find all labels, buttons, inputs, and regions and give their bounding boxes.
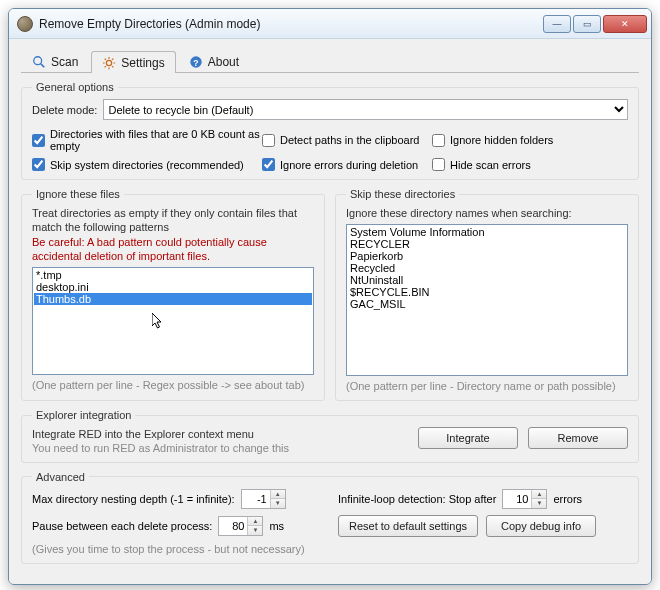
client-area: Scan Settings ? About General options De… [9,39,651,584]
delete-mode-select[interactable]: Delete to recycle bin (Default) [103,99,628,120]
check-skip-system-input[interactable] [32,158,45,171]
pause-label: Pause between each delete process: [32,520,212,532]
loop-input[interactable] [503,490,531,508]
group-skip-dirs: Skip these directories Ignore these dire… [335,188,639,401]
search-icon [32,55,46,69]
list-item[interactable]: NtUninstall [348,274,626,286]
remove-button[interactable]: Remove [528,427,628,449]
group-general-legend: General options [32,81,118,93]
check-hide-scan-errors-label: Hide scan errors [450,159,531,171]
check-hide-scan-errors[interactable]: Hide scan errors [432,158,592,171]
svg-point-0 [34,56,42,64]
check-zero-kb-label: Directories with files that are 0 KB cou… [50,128,262,152]
spin-down-icon[interactable]: ▼ [271,499,285,508]
spin-up-icon[interactable]: ▲ [248,517,262,527]
reset-defaults-button[interactable]: Reset to default settings [338,515,478,537]
check-detect-clipboard[interactable]: Detect paths in the clipboard [262,128,432,152]
list-item[interactable]: Thumbs.db [34,293,312,305]
nesting-input[interactable] [242,490,270,508]
spin-up-icon[interactable]: ▲ [532,490,546,500]
close-button[interactable]: ✕ [603,15,647,33]
nesting-spinner[interactable]: ▲▼ [241,489,286,509]
svg-line-1 [41,63,45,67]
pause-input[interactable] [219,517,247,535]
tab-settings-label: Settings [121,56,164,70]
list-item[interactable]: Papierkorb [348,250,626,262]
group-general: General options Delete mode: Delete to r… [21,81,639,180]
list-item[interactable]: System Volume Information [348,226,626,238]
loop-label: Infinite-loop detection: Stop after [338,493,496,505]
copy-debug-button[interactable]: Copy debug info [486,515,596,537]
gear-icon [102,56,116,70]
list-item[interactable]: RECYCLER [348,238,626,250]
app-window: Remove Empty Directories (Admin mode) — … [8,8,652,585]
spin-down-icon[interactable]: ▼ [248,526,262,535]
loop-spinner[interactable]: ▲▼ [502,489,547,509]
list-item[interactable]: *.tmp [34,269,312,281]
check-zero-kb[interactable]: Directories with files that are 0 KB cou… [32,128,262,152]
tab-scan[interactable]: Scan [21,50,89,72]
tab-about-label: About [208,55,239,69]
delete-mode-label: Delete mode: [32,104,97,116]
svg-point-2 [107,60,112,65]
group-advanced-legend: Advanced [32,471,89,483]
spin-down-icon[interactable]: ▼ [532,499,546,508]
pause-unit: ms [269,520,284,532]
ignore-files-desc: Treat directories as empty if they only … [32,206,314,235]
pause-hint: (Gives you time to stop the process - bu… [32,543,322,555]
svg-line-10 [112,58,113,59]
list-item[interactable]: Recycled [348,262,626,274]
nesting-label: Max directory nesting depth (-1 = infini… [32,493,235,505]
list-item[interactable]: GAC_MSIL [348,298,626,310]
ignore-files-hint: (One pattern per line - Regex possible -… [32,379,314,391]
loop-unit: errors [553,493,582,505]
svg-text:?: ? [193,57,198,67]
svg-line-8 [112,66,113,67]
skip-dirs-list[interactable]: System Volume InformationRECYCLERPapierk… [346,224,628,376]
svg-line-7 [105,58,106,59]
integrate-button[interactable]: Integrate [418,427,518,449]
explorer-line1: Integrate RED into the Explorer context … [32,427,408,441]
check-ignore-errors[interactable]: Ignore errors during deletion [262,158,432,171]
tab-scan-label: Scan [51,55,78,69]
pause-spinner[interactable]: ▲▼ [218,516,263,536]
group-explorer: Explorer integration Integrate RED into … [21,409,639,462]
titlebar[interactable]: Remove Empty Directories (Admin mode) — … [9,9,651,39]
tab-about[interactable]: ? About [178,50,250,72]
tab-strip: Scan Settings ? About [21,49,639,73]
list-item[interactable]: desktop.ini [34,281,312,293]
tab-settings[interactable]: Settings [91,51,175,73]
explorer-line2: You need to run RED as Administrator to … [32,442,408,454]
group-ignore-files: Ignore these files Treat directories as … [21,188,325,401]
check-skip-system-label: Skip system directories (recommended) [50,159,244,171]
check-zero-kb-input[interactable] [32,134,45,147]
ignore-files-warning: Be careful: A bad pattern could potentia… [32,235,314,264]
check-ignore-hidden-label: Ignore hidden folders [450,134,553,146]
spin-up-icon[interactable]: ▲ [271,490,285,500]
app-icon [17,16,33,32]
group-ignore-files-legend: Ignore these files [32,188,124,200]
group-skip-dirs-legend: Skip these directories [346,188,459,200]
window-title: Remove Empty Directories (Admin mode) [39,17,543,31]
check-hide-scan-errors-input[interactable] [432,158,445,171]
maximize-button[interactable]: ▭ [573,15,601,33]
check-detect-clipboard-label: Detect paths in the clipboard [280,134,419,146]
window-buttons: — ▭ ✕ [543,15,647,33]
group-advanced: Advanced Max directory nesting depth (-1… [21,471,639,564]
check-skip-system[interactable]: Skip system directories (recommended) [32,158,262,171]
check-ignore-hidden[interactable]: Ignore hidden folders [432,128,592,152]
check-ignore-errors-input[interactable] [262,158,275,171]
ignore-files-list[interactable]: *.tmpdesktop.iniThumbs.db [32,267,314,375]
check-ignore-hidden-input[interactable] [432,134,445,147]
skip-dirs-desc: Ignore these directory names when search… [346,206,628,220]
minimize-button[interactable]: — [543,15,571,33]
help-icon: ? [189,55,203,69]
skip-dirs-hint: (One pattern per line - Directory name o… [346,380,628,392]
check-ignore-errors-label: Ignore errors during deletion [280,159,418,171]
check-detect-clipboard-input[interactable] [262,134,275,147]
group-explorer-legend: Explorer integration [32,409,135,421]
svg-line-9 [105,66,106,67]
list-item[interactable]: $RECYCLE.BIN [348,286,626,298]
